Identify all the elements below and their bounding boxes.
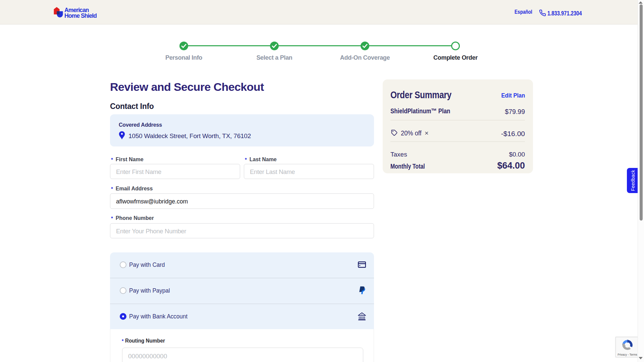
svg-text:Home Shield: Home Shield: [64, 12, 97, 19]
